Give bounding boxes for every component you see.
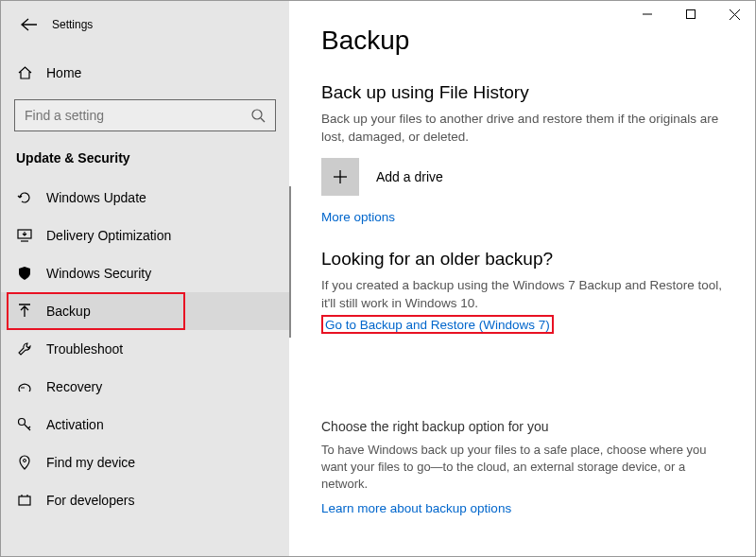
section-title: Update & Security [1, 145, 289, 179]
sidebar-item-label: Windows Security [46, 266, 151, 281]
plus-icon [321, 158, 359, 196]
location-icon [16, 455, 33, 470]
older-backup-desc: If you created a backup using the Window… [321, 277, 723, 313]
sidebar-item-label: Troubleshoot [46, 341, 123, 357]
wrench-icon [16, 341, 33, 357]
home-label: Home [46, 65, 81, 80]
sidebar-item-troubleshoot[interactable]: Troubleshoot [1, 330, 289, 368]
upload-icon [16, 304, 33, 319]
developer-icon [16, 494, 33, 507]
filehistory-desc: Back up your files to another drive and … [321, 111, 723, 147]
sidebar-item-activation[interactable]: Activation [1, 406, 289, 444]
shield-icon [16, 266, 33, 281]
sidebar-item-label: Find my device [46, 455, 135, 470]
sidebar-item-label: Delivery Optimization [46, 228, 171, 243]
search-box[interactable] [14, 99, 276, 131]
sidebar-item-label: Activation [46, 417, 104, 432]
choose-heading: Choose the right backup option for you [321, 419, 723, 434]
page-title: Backup [321, 26, 723, 56]
back-button[interactable] [16, 11, 43, 38]
key-icon [16, 417, 33, 432]
sidebar: Settings Home Update & Security Windows … [1, 1, 289, 556]
recovery-icon [16, 380, 33, 393]
sidebar-item-label: Recovery [46, 379, 102, 394]
sidebar-item-find-my-device[interactable]: Find my device [1, 444, 289, 481]
home-link[interactable]: Home [1, 56, 289, 90]
svg-point-8 [19, 419, 26, 426]
search-icon [251, 109, 266, 123]
filehistory-heading: Back up using File History [321, 82, 723, 103]
svg-rect-10 [19, 496, 30, 505]
refresh-icon [16, 190, 33, 205]
sidebar-item-windows-update[interactable]: Windows Update [1, 179, 289, 217]
svg-point-4 [252, 110, 262, 119]
download-icon [16, 229, 33, 242]
highlight-box: Go to Backup and Restore (Windows 7) [321, 315, 554, 334]
sidebar-item-recovery[interactable]: Recovery [1, 368, 289, 406]
learn-more-link[interactable]: Learn more about backup options [321, 501, 511, 515]
search-input[interactable] [25, 108, 251, 123]
add-drive-label: Add a drive [376, 169, 443, 184]
sidebar-item-label: Windows Update [46, 190, 146, 205]
scrollbar[interactable] [289, 186, 291, 338]
choose-desc: To have Windows back up your files to a … [321, 442, 723, 494]
highlight-box [7, 292, 185, 330]
sidebar-item-for-developers[interactable]: For developers [1, 481, 289, 519]
svg-line-5 [261, 118, 265, 122]
sidebar-item-windows-security[interactable]: Windows Security [1, 254, 289, 292]
more-options-link[interactable]: More options [321, 210, 395, 224]
svg-point-9 [24, 460, 26, 462]
app-title: Settings [52, 18, 93, 31]
sidebar-item-backup[interactable]: Backup [1, 292, 289, 330]
sidebar-item-label: For developers [46, 493, 134, 508]
sidebar-item-label: Backup [46, 304, 91, 319]
content-area: Backup Back up using File History Back u… [289, 1, 755, 556]
sidebar-item-delivery-optimization[interactable]: Delivery Optimization [1, 217, 289, 254]
backup-restore-win7-link[interactable]: Go to Backup and Restore (Windows 7) [325, 318, 550, 332]
add-drive-button[interactable]: Add a drive [321, 158, 723, 196]
older-backup-heading: Looking for an older backup? [321, 249, 723, 270]
home-icon [16, 65, 33, 80]
